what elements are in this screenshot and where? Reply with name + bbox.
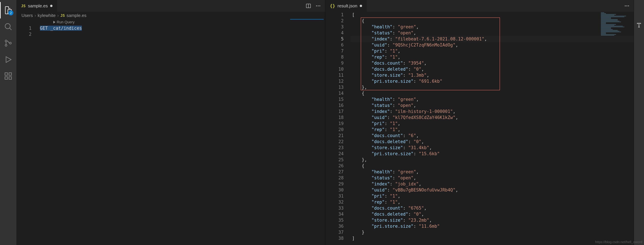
- line-number: 25: [325, 157, 344, 163]
- code-line[interactable]: "docs.count": "6",: [350, 133, 634, 139]
- code-line[interactable]: "status": "open",: [350, 30, 634, 36]
- line-number: 23: [325, 145, 344, 151]
- line-number: 29: [325, 181, 344, 187]
- code-line[interactable]: [: [350, 12, 634, 18]
- line-number: 1: [325, 12, 344, 18]
- search-icon[interactable]: [0, 19, 16, 35]
- line-number: 32: [325, 199, 344, 205]
- minimap[interactable]: [599, 12, 630, 36]
- line-number: 2: [325, 18, 344, 24]
- code-line[interactable]: "pri": "1",: [350, 193, 634, 199]
- line-number: 5: [325, 36, 344, 42]
- breadcrumb-seg[interactable]: kylewhite: [38, 13, 56, 18]
- line-number: 4: [325, 30, 344, 36]
- code-line[interactable]: "health": "green",: [350, 24, 634, 30]
- code-line[interactable]: "uuid": "vBBu7gBESNOofuUvwJRb4Q",: [350, 187, 634, 193]
- line-number: 2: [16, 31, 32, 37]
- code-line[interactable]: "uuid": "9QShcjC2TzqFN6nMoIAdOg",: [350, 42, 634, 48]
- code-line[interactable]: "pri": "1",: [350, 120, 634, 127]
- svg-point-12: [625, 5, 626, 6]
- code-line[interactable]: "docs.deleted": "0",: [350, 139, 634, 145]
- code-line[interactable]: "store.size": "31.4kb",: [350, 145, 634, 151]
- svg-point-9: [316, 5, 317, 6]
- line-number: 31: [325, 193, 344, 199]
- code-line[interactable]: "pri.store.size": "691.6kb": [350, 78, 634, 84]
- code-line[interactable]: }: [350, 229, 634, 235]
- breadcrumb-seg[interactable]: Users: [22, 13, 33, 18]
- code-line[interactable]: {: [350, 18, 634, 24]
- editor-right[interactable]: 1234567891011121314151617181920212223242…: [325, 12, 634, 245]
- line-number: 18: [325, 114, 344, 120]
- code-line[interactable]: "status": "open",: [350, 175, 634, 181]
- svg-point-14: [628, 5, 629, 6]
- code-line[interactable]: "docs.count": "6765",: [350, 205, 634, 211]
- code-line[interactable]: GET _cat/indices: [38, 25, 325, 31]
- breadcrumb-seg[interactable]: sample.es: [66, 13, 86, 18]
- code-line[interactable]: "uuid": "kl7QfedXS8CdZaY46K1kZw",: [350, 114, 634, 120]
- svg-rect-4: [5, 73, 8, 75]
- code-line[interactable]: },: [350, 157, 634, 163]
- code-line[interactable]: "rep": "1",: [350, 199, 634, 205]
- line-number: 16: [325, 102, 344, 108]
- tab-bar-left: JS sample.es: [16, 0, 325, 12]
- code-line[interactable]: "index": "job_idx",: [350, 181, 634, 187]
- code-line[interactable]: {: [350, 90, 634, 96]
- tab-bar-right: {} result.json: [325, 0, 634, 12]
- code-line[interactable]: "pri.store.size": "11.6mb": [350, 223, 634, 229]
- code-line[interactable]: "pri.store.size": "15.6kb": [350, 151, 634, 157]
- svg-rect-5: [5, 77, 8, 79]
- line-number: 7: [325, 48, 344, 54]
- line-number: 3: [325, 24, 344, 30]
- code-line[interactable]: "index": "filebeat-7.6.1-2021.08.12-0000…: [350, 36, 634, 42]
- codelens-run-query[interactable]: Run Query: [16, 19, 325, 25]
- code-line[interactable]: "health": "green",: [350, 96, 634, 102]
- line-number: 28: [325, 175, 344, 181]
- source-control-icon[interactable]: [0, 35, 16, 51]
- split-editor-icon[interactable]: [306, 3, 311, 9]
- line-number: 35: [325, 217, 344, 223]
- text-tool-icon[interactable]: [636, 22, 642, 29]
- breadcrumb[interactable]: Users › kylewhite › JS sample.es: [16, 12, 325, 19]
- code-line[interactable]: "rep": "1",: [350, 54, 634, 60]
- watermark: https://blog.csdn.net/hell_oword: [595, 240, 642, 244]
- line-number: 20: [325, 127, 344, 133]
- line-number: 8: [325, 54, 344, 60]
- run-debug-icon[interactable]: [0, 51, 16, 68]
- more-actions-icon[interactable]: [315, 3, 321, 9]
- code-line[interactable]: "store.size": "23.2mb",: [350, 217, 634, 223]
- code-line[interactable]: "rep": "1",: [350, 127, 634, 133]
- line-number: 24: [325, 151, 344, 157]
- line-number: 37: [325, 229, 344, 235]
- code-line[interactable]: ]: [350, 235, 634, 241]
- extensions-icon[interactable]: [0, 68, 16, 84]
- tab-result-json[interactable]: {} result.json: [325, 0, 367, 12]
- svg-point-1: [5, 40, 7, 42]
- tab-sample-es[interactable]: JS sample.es: [16, 0, 57, 12]
- chevron-right-icon: ›: [57, 13, 59, 18]
- code-line[interactable]: {: [350, 163, 634, 169]
- code-line[interactable]: },: [350, 84, 634, 90]
- editor-left[interactable]: 12 GET _cat/indices: [16, 25, 325, 245]
- code-line[interactable]: "status": "open",: [350, 102, 634, 108]
- code-line[interactable]: "docs.deleted": "0",: [350, 66, 634, 72]
- code-line[interactable]: "docs.deleted": "0",: [350, 211, 634, 217]
- editor-pane-right: {} result.json 1234567891011121314151617…: [325, 0, 634, 245]
- right-rail: [634, 0, 644, 245]
- code-line[interactable]: "health": "green",: [350, 169, 634, 175]
- svg-point-13: [626, 5, 627, 6]
- activity-bar: 2: [0, 0, 16, 245]
- code-line[interactable]: "docs.count": "3954",: [350, 60, 634, 66]
- code-line[interactable]: "index": "ilm-history-1-000001",: [350, 108, 634, 114]
- explorer-badge: 2: [8, 11, 14, 16]
- explorer-icon[interactable]: 2: [0, 2, 16, 19]
- code-line[interactable]: [38, 31, 325, 37]
- code-line[interactable]: "pri": "1",: [350, 48, 634, 54]
- line-number: 34: [325, 211, 344, 217]
- line-number: 6: [325, 42, 344, 48]
- code-line[interactable]: "store.size": "1.3mb",: [350, 72, 634, 78]
- more-actions-icon[interactable]: [624, 3, 630, 9]
- line-number: 38: [325, 235, 344, 241]
- tab-label: sample.es: [28, 3, 48, 9]
- line-number: 27: [325, 169, 344, 175]
- modified-dot-icon: [50, 5, 52, 7]
